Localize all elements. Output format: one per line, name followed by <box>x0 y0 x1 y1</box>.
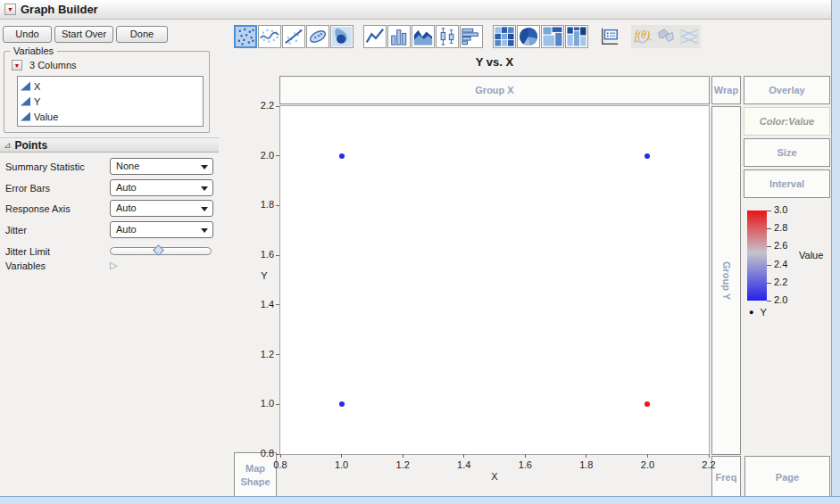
caption-box-icon[interactable] <box>598 25 621 48</box>
drop-zone-size[interactable]: Size <box>744 138 830 167</box>
summary-statistic-dropdown[interactable]: None <box>110 158 213 175</box>
legend-tick-mark <box>767 283 771 284</box>
x-tick-mark <box>525 454 526 458</box>
bar-chart-icon[interactable] <box>387 25 411 48</box>
window-frame-right <box>831 0 840 504</box>
mosaic-icon[interactable] <box>565 25 588 48</box>
y-axis-label: Y <box>257 270 271 281</box>
columns-header[interactable]: ▼ 3 Columns <box>12 60 77 70</box>
legend-tick-label: 3.0 <box>774 204 799 215</box>
chevron-down-icon <box>201 228 208 233</box>
column-item-x[interactable]: X <box>21 78 203 94</box>
series-legend: ● Y <box>749 307 767 318</box>
data-point[interactable] <box>339 153 345 159</box>
data-point[interactable] <box>339 401 345 407</box>
line-chart-icon[interactable] <box>363 25 387 48</box>
x-tick-mark <box>403 454 403 458</box>
y-tick-mark <box>276 155 279 156</box>
prop-row-response-axis: Response AxisAuto <box>5 200 219 218</box>
slider-thumb[interactable] <box>153 244 164 256</box>
jitter-limit-slider[interactable] <box>110 247 212 255</box>
columns-menu-icon[interactable]: ▼ <box>12 60 22 70</box>
x-tick-mark <box>709 454 710 458</box>
x-tick-mark <box>586 454 586 458</box>
x-tick-mark <box>280 454 281 458</box>
x-tick-label: 1.8 <box>573 459 600 470</box>
window-frame-bottom <box>0 496 840 504</box>
drop-zone-group-x[interactable]: Group X <box>279 76 710 104</box>
y-tick-label: 2.0 <box>247 150 274 161</box>
legend-tick-label: 2.4 <box>774 259 799 269</box>
area-chart-icon[interactable] <box>412 25 435 48</box>
report-titlebar: ▼ Graph Builder <box>0 0 831 20</box>
histogram-icon[interactable] <box>460 25 483 48</box>
data-point[interactable] <box>645 401 650 407</box>
legend-tick-label: 2.2 <box>774 277 799 287</box>
chevron-down-icon <box>201 186 208 191</box>
y-tick-mark <box>276 255 279 256</box>
data-point[interactable] <box>645 153 650 159</box>
report-menu-icon[interactable]: ▼ <box>4 4 16 15</box>
column-item-y[interactable]: Y <box>21 94 203 109</box>
x-tick-label: 1.0 <box>329 459 355 470</box>
drop-zone-page[interactable]: Page <box>744 456 830 498</box>
continuous-column-icon <box>21 97 30 106</box>
drop-zone-interval[interactable]: Interval <box>744 169 830 198</box>
legend-tick-label: 2.8 <box>774 222 799 233</box>
error-bars-dropdown[interactable]: Auto <box>110 179 213 196</box>
column-item-value[interactable]: Value <box>21 109 203 124</box>
chart-title: Y vs. X <box>279 55 710 69</box>
y-tick-label: 1.0 <box>247 398 274 409</box>
ellipse-icon[interactable] <box>306 25 329 48</box>
legend-tick-mark <box>767 246 771 247</box>
x-tick-label: 0.8 <box>267 459 294 470</box>
pie-chart-icon[interactable] <box>517 25 540 48</box>
undo-button[interactable]: Undo <box>3 26 52 43</box>
formula-icon: f(θ) <box>631 25 654 48</box>
disclosure-triangle-icon[interactable]: ▷ <box>110 260 117 271</box>
plot-area[interactable]: 0.81.01.21.41.61.82.02.20.81.01.21.41.61… <box>279 105 710 455</box>
svg-text:f(θ): f(θ) <box>635 29 650 41</box>
y-tick-mark <box>276 404 279 405</box>
y-tick-mark <box>276 304 279 305</box>
points-icon[interactable] <box>234 25 257 48</box>
chevron-down-icon <box>201 165 208 169</box>
columns-listbox[interactable]: XYValue <box>17 76 204 127</box>
variables-groupbox: Variables ▼ 3 Columns XYValue <box>4 51 210 133</box>
legend-tick-mark <box>767 228 771 229</box>
variables-panel-title: Variables <box>10 45 57 56</box>
gradient-bar[interactable] <box>747 211 767 301</box>
legend-tick-mark <box>767 211 771 211</box>
collapse-triangle-icon: ⊿ <box>4 140 11 150</box>
y-tick-label: 1.4 <box>247 299 274 310</box>
start-over-button[interactable]: Start Over <box>54 26 113 43</box>
heatmap-icon[interactable] <box>493 25 516 48</box>
line-of-fit-icon[interactable] <box>282 25 305 48</box>
y-tick-mark <box>276 354 279 355</box>
continuous-column-icon <box>21 112 30 121</box>
x-tick-label: 2.2 <box>695 459 722 470</box>
done-button[interactable]: Done <box>116 26 168 43</box>
x-axis-label: X <box>279 471 710 482</box>
box-plot-icon[interactable] <box>436 25 459 48</box>
drop-zone-wrap[interactable]: Wrap <box>711 76 741 104</box>
y-tick-label: 1.6 <box>247 249 274 260</box>
legend-tick-label: 2.6 <box>774 240 799 251</box>
points-section-header[interactable]: ⊿ Points <box>0 137 219 153</box>
points-variables-label: Variables <box>5 260 46 271</box>
drop-zone-color[interactable]: Color:Value <box>744 107 830 136</box>
contour-icon[interactable] <box>330 25 353 48</box>
drop-zone-overlay[interactable]: Overlay <box>744 76 830 104</box>
map-shape-icon <box>654 25 678 48</box>
points-section-title: Points <box>14 139 47 152</box>
columns-count-label: 3 Columns <box>29 60 77 70</box>
x-tick-mark <box>341 454 342 458</box>
y-tick-label: 1.2 <box>247 349 274 359</box>
treemap-icon[interactable] <box>541 25 564 48</box>
jitter-dropdown[interactable]: Auto <box>110 221 213 238</box>
drop-zone-group-y[interactable]: Group Y <box>711 106 741 455</box>
y-tick-label: 2.2 <box>247 100 274 111</box>
smoother-icon[interactable] <box>258 25 281 48</box>
response-axis-dropdown[interactable]: Auto <box>110 200 213 217</box>
y-tick-mark <box>276 106 279 107</box>
